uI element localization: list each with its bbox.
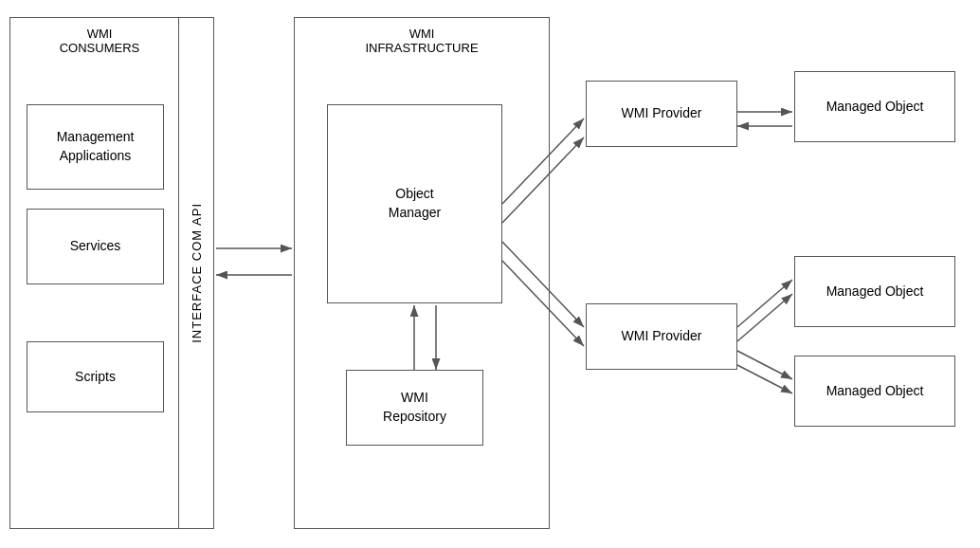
- wmi-provider-bottom-box: WMI Provider: [586, 303, 737, 370]
- wmi-provider-top-box: WMI Provider: [586, 81, 737, 147]
- arrow-provider-bot-to-mo2-2: [737, 294, 792, 341]
- object-manager-box: Object Manager: [327, 104, 502, 303]
- infra-title: WMI INFRASTRUCTURE: [332, 27, 512, 55]
- wmi-repository-box: WMI Repository: [346, 370, 483, 446]
- managed-object-1-box: Managed Object: [794, 71, 955, 142]
- arrow-provider-bot-to-mo3-1: [737, 351, 792, 379]
- management-applications-box: Management Applications: [27, 104, 164, 190]
- consumers-title: WMI CONSUMERS: [28, 27, 171, 55]
- interface-bar: INTERFACE COM API: [178, 17, 214, 529]
- managed-object-3-box: Managed Object: [794, 356, 955, 427]
- managed-object-2-box: Managed Object: [794, 256, 955, 327]
- arrow-provider-bot-to-mo3-2: [737, 365, 792, 393]
- diagram: WMI CONSUMERS Management Applications Se…: [0, 0, 980, 548]
- scripts-box: Scripts: [27, 341, 164, 412]
- arrow-provider-bot-to-mo2-1: [737, 280, 792, 327]
- services-box: Services: [27, 209, 164, 284]
